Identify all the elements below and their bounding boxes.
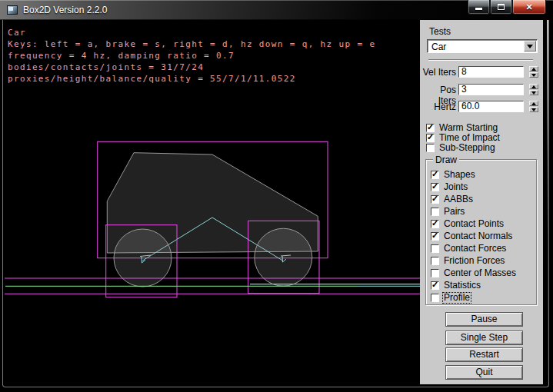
close-icon: ✕ [525, 3, 532, 12]
checkbox-box: ✓ [431, 244, 439, 253]
checkbox-center-of-masses[interactable]: ✓ Center of Masses [431, 268, 516, 277]
hertz-label: Hertz [420, 101, 456, 112]
check-icon: ✓ [431, 169, 438, 179]
bodies-stats-text: bodies/contacts/joints = 31/7/24 [8, 62, 204, 72]
checkbox-sub-stepping[interactable]: ✓ Sub-Stepping [426, 143, 495, 152]
check-icon: ✓ [427, 122, 434, 132]
checkbox-box: ✓ [426, 134, 435, 142]
arrow-up-icon [531, 102, 536, 105]
checkbox-box: ✓ [431, 294, 439, 302]
check-icon: ✓ [431, 218, 438, 228]
check-icon: ✓ [431, 181, 438, 191]
checkbox-time-of-impact[interactable]: ✓ Time of Impact [426, 133, 500, 142]
separator-line [428, 59, 533, 61]
chevron-down-icon [527, 45, 533, 48]
check-icon: ✓ [431, 280, 438, 290]
checkbox-box: ✓ [431, 220, 439, 228]
checkbox-statistics[interactable]: ✓ Statistics [431, 281, 481, 290]
checkbox-box: ✓ [426, 124, 435, 132]
draw-group-label: Draw [433, 154, 459, 165]
check-icon: ✓ [431, 194, 438, 204]
check-icon: ✓ [431, 231, 438, 241]
vel-iters-stepper [529, 66, 538, 78]
pos-iters-stepper [529, 84, 538, 95]
control-panel: Tests Car Vel Iters 8 Pos Iters 3 [420, 20, 543, 384]
close-button[interactable]: ✕ [512, 0, 546, 15]
right-wheel [255, 228, 312, 286]
arrow-up-icon [531, 85, 536, 88]
arrow-down-icon [531, 74, 536, 77]
tests-dropdown-value: Car [431, 42, 446, 52]
hertz-input[interactable]: 60.0 [458, 101, 524, 112]
arrow-down-icon [531, 91, 536, 95]
arrow-down-icon [531, 108, 536, 111]
vel-iters-label: Vel Iters [420, 67, 456, 78]
checkbox-contact-points[interactable]: ✓ Contact Points [431, 219, 504, 228]
restart-button[interactable]: Restart [445, 347, 523, 362]
checkbox-contact-normals[interactable]: ✓ Contact Normals [431, 231, 512, 241]
checkbox-profile[interactable]: ✓ Profile [431, 293, 470, 302]
checkbox-joints[interactable]: ✓ Joints [431, 182, 468, 191]
checkbox-box: ✓ [431, 269, 439, 277]
proxies-stats-text: proxies/height/balance/quality = 55/7/1/… [8, 74, 296, 84]
vel-iters-down-button[interactable] [529, 72, 538, 78]
hertz-stepper [529, 101, 538, 112]
check-icon: ✓ [427, 132, 434, 142]
pos-iters-down-button[interactable] [529, 90, 538, 95]
left-wheel [114, 229, 172, 287]
checkbox-friction-forces[interactable]: ✓ Friction Forces [431, 256, 505, 265]
checkbox-box: ✓ [431, 208, 439, 216]
checkbox-box: ✓ [431, 281, 439, 290]
quit-button[interactable]: Quit [445, 365, 523, 380]
pos-iters-up-button[interactable] [529, 84, 538, 89]
checkbox-box: ✓ [431, 171, 439, 179]
checkbox-box: ✓ [431, 232, 439, 241]
tests-dropdown[interactable]: Car [427, 39, 538, 53]
checkbox-warm-starting[interactable]: ✓ Warm Starting [426, 123, 498, 132]
checkbox-box: ✓ [431, 257, 439, 265]
pause-button[interactable]: Pause [445, 312, 523, 327]
app-window: Box2D Version 2.2.0 ✕ [0, 0, 553, 392]
vel-iters-input[interactable]: 8 [458, 66, 524, 78]
keys-help-text: Keys: left = a, brake = s, right = d, hz… [8, 39, 375, 49]
arrow-up-icon [531, 68, 536, 71]
test-title-text: Car [8, 28, 26, 38]
checkbox-box: ✓ [431, 183, 439, 191]
window-title: Box2D Version 2.2.0 [23, 5, 107, 15]
minimize-button[interactable] [468, 0, 490, 15]
single-step-button[interactable]: Single Step [445, 331, 523, 345]
tests-label: Tests [429, 26, 451, 37]
checkbox-shapes[interactable]: ✓ Shapes [431, 170, 475, 179]
simulation-canvas[interactable]: Car Keys: left = a, brake = s, right = d… [5, 20, 420, 384]
frequency-text: frequency = 4 hz, damping ratio = 0.7 [8, 51, 235, 61]
hertz-up-button[interactable] [529, 101, 538, 106]
checkbox-box: ✓ [431, 195, 439, 204]
checkbox-aabbs[interactable]: ✓ AABBs [431, 194, 473, 204]
window-right-border [547, 20, 549, 387]
hertz-down-button[interactable] [529, 107, 538, 112]
pos-iters-input[interactable]: 3 [458, 84, 524, 95]
checkbox-pairs[interactable]: ✓ Pairs [431, 207, 465, 216]
checkbox-box: ✓ [426, 144, 435, 152]
maximize-icon [498, 4, 505, 10]
maximize-button[interactable] [490, 0, 512, 15]
minimize-icon [475, 8, 482, 10]
title-bar[interactable]: Box2D Version 2.2.0 ✕ [0, 0, 553, 20]
vel-iters-up-button[interactable] [529, 66, 538, 71]
tests-dropdown-arrow-button[interactable] [524, 41, 536, 51]
app-icon [7, 5, 18, 15]
checkbox-contact-forces[interactable]: ✓ Contact Forces [431, 244, 506, 253]
